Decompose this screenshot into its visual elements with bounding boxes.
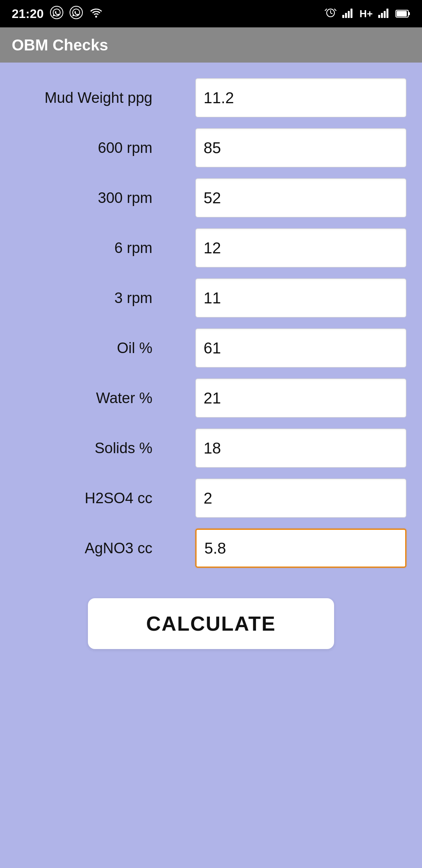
wifi-icon	[89, 7, 103, 21]
battery-icon	[395, 7, 410, 21]
status-right: H+	[324, 6, 410, 22]
form-row-rpm-300: 300 rpm	[16, 178, 406, 217]
label-rpm-3: 3 rpm	[16, 290, 164, 307]
input-rpm-600[interactable]	[195, 128, 406, 167]
input-water-pct[interactable]	[195, 378, 406, 418]
input-oil-pct[interactable]	[195, 328, 406, 368]
form-row-oil-pct: Oil %	[16, 328, 406, 368]
whatsapp-icon-1	[50, 6, 63, 22]
svg-point-1	[70, 6, 82, 19]
hplus-icon: H+	[359, 8, 373, 20]
label-oil-pct: Oil %	[16, 340, 164, 357]
alarm-icon	[324, 6, 337, 22]
svg-rect-13	[408, 12, 410, 15]
label-h2so4-cc: H2SO4 cc	[16, 490, 164, 507]
form-row-solids-pct: Solids %	[16, 429, 406, 468]
signal-icon-2	[378, 7, 390, 21]
status-time: 21:20	[12, 7, 44, 21]
form-row-h2so4-cc: H2SO4 cc	[16, 479, 406, 518]
svg-rect-7	[378, 15, 380, 18]
main-content: Mud Weight ppg600 rpm300 rpm6 rpm3 rpmOi…	[0, 63, 422, 868]
input-rpm-6[interactable]	[195, 228, 406, 267]
input-rpm-3[interactable]	[195, 278, 406, 317]
label-rpm-300: 300 rpm	[16, 190, 164, 206]
input-rpm-300[interactable]	[195, 178, 406, 217]
label-rpm-6: 6 rpm	[16, 240, 164, 256]
svg-rect-10	[386, 9, 388, 18]
form-row-agno3-cc: AgNO3 cc	[16, 529, 406, 568]
app-bar: OBM Checks	[0, 27, 422, 63]
form-row-rpm-6: 6 rpm	[16, 228, 406, 267]
whatsapp-icon-2	[70, 6, 83, 22]
calculate-button[interactable]: CALCULATE	[88, 598, 334, 649]
svg-rect-5	[348, 11, 350, 18]
svg-rect-4	[345, 13, 347, 18]
svg-rect-12	[397, 11, 407, 16]
status-bar: 21:20	[0, 0, 422, 27]
svg-rect-3	[342, 15, 344, 18]
signal-icon-1	[342, 7, 354, 21]
svg-rect-8	[381, 13, 383, 18]
form-row-rpm-600: 600 rpm	[16, 128, 406, 167]
svg-rect-6	[350, 9, 352, 18]
label-mud-weight: Mud Weight ppg	[16, 90, 164, 106]
input-mud-weight[interactable]	[195, 78, 406, 117]
input-agno3-cc[interactable]	[195, 529, 406, 568]
label-agno3-cc: AgNO3 cc	[16, 540, 164, 557]
input-h2so4-cc[interactable]	[195, 479, 406, 518]
label-water-pct: Water %	[16, 390, 164, 407]
input-solids-pct[interactable]	[195, 429, 406, 468]
form-row-mud-weight: Mud Weight ppg	[16, 78, 406, 117]
app-title: OBM Checks	[12, 36, 108, 54]
form-row-rpm-3: 3 rpm	[16, 278, 406, 317]
status-left: 21:20	[12, 6, 103, 22]
svg-rect-9	[384, 11, 386, 18]
svg-point-0	[50, 6, 63, 19]
label-rpm-600: 600 rpm	[16, 140, 164, 156]
form-row-water-pct: Water %	[16, 378, 406, 418]
label-solids-pct: Solids %	[16, 440, 164, 457]
